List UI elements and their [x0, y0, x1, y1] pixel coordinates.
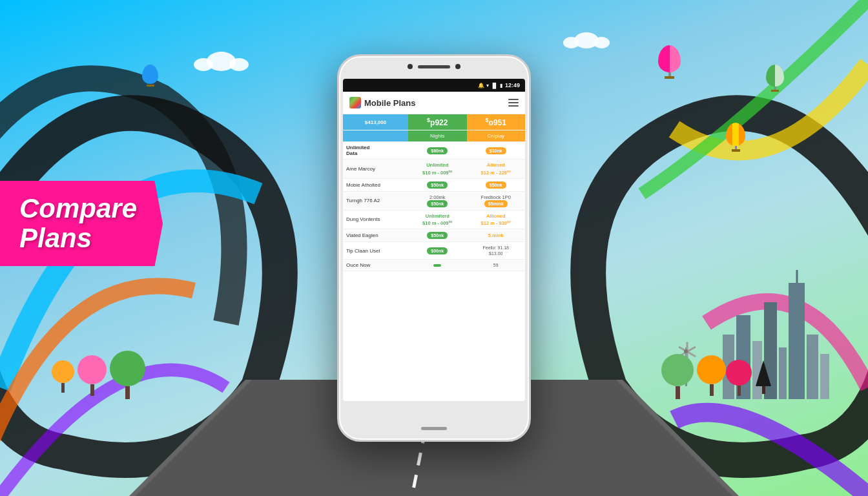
balloon-blue: [142, 65, 158, 87]
compare-plans-badge: Compare Plans: [0, 181, 163, 266]
hamburger-line-1: [508, 99, 519, 100]
camera-dot: [408, 64, 413, 69]
app-logo: Mobile Plans: [349, 97, 415, 108]
plan2-turngh: Fredtiock 1P0 $5mink: [467, 191, 526, 210]
tree-pink-left: [78, 355, 107, 396]
tree-orange-left: [52, 360, 74, 393]
plan1-dung: Unlimiterd$10 m - 009to: [408, 210, 466, 229]
feature-mobile-atholted: Mobie Atholted: [343, 178, 408, 191]
plan1-mobile-btn[interactable]: $50nk: [408, 178, 466, 191]
hamburger-line-3: [508, 105, 519, 107]
plan2-ame: Allirned$12 m - 229to: [467, 160, 526, 179]
cloud-2: [563, 32, 610, 48]
status-time: 12:49: [505, 82, 520, 88]
table-row: Mobie Atholted $50nk $50nk: [343, 178, 525, 191]
feature-ouce-now: Ouce Now: [343, 260, 408, 271]
table-row: Viated Eaglen $50nk 5.mink: [343, 229, 525, 242]
hamburger-menu[interactable]: [508, 99, 519, 107]
table-header-row: $413,000 $p922 $o951: [343, 114, 525, 130]
tree-pink-right: [726, 360, 752, 396]
camera-dot-2: [455, 64, 460, 69]
feature-tip-claan: Tip Claan Usel: [343, 242, 408, 260]
phone-camera-area: [408, 64, 460, 69]
table-row: Turngh 776 A2 2:00mk $50nk Fredtiock 1P0…: [343, 191, 525, 210]
phone-device: 🔔 ▾ ▐▌ ▮ 12:49 Mobile Plans: [337, 54, 531, 442]
header-price-cniplay: $o951: [467, 114, 526, 130]
btn-orange-10nk[interactable]: $10nk: [486, 147, 506, 154]
plan1-viated-btn[interactable]: $50nk: [408, 229, 466, 242]
alarm-icon: 🔔: [478, 83, 484, 88]
hamburger-line-2: [508, 102, 519, 103]
app-title: Mobile Plans: [364, 98, 415, 108]
plan2-unlimited-btn[interactable]: $10nk: [467, 142, 526, 160]
wifi-icon: ▾: [486, 83, 489, 88]
feature-viated-eaglen: Viated Eaglen: [343, 229, 408, 242]
signal-icon: ▐▌: [491, 83, 498, 88]
btn-green-ouce[interactable]: [433, 264, 441, 267]
plan-comparison-table: $413,000 $p922 $o951 Nights Cniplay: [343, 114, 525, 271]
btn-green-tip[interactable]: $00nk: [427, 247, 448, 254]
btn-orange-turngh[interactable]: $5mink: [484, 200, 508, 207]
balloon-green: [766, 65, 784, 92]
plan1-tip-btn[interactable]: $00nk: [408, 242, 466, 260]
phone-screen: 🔔 ▾ ▐▌ ▮ 12:49 Mobile Plans: [343, 79, 525, 401]
plan2-viated: 5.mink: [467, 229, 526, 242]
table-row: Ame Marcoy Unlimited$10 m - 009to Allirn…: [343, 160, 525, 179]
tree-green-left: [110, 351, 145, 399]
balloon-orange: [726, 123, 745, 152]
plan1-ame: Unlimited$10 m - 009to: [408, 160, 466, 179]
badge-line2: Plans: [19, 223, 137, 253]
plan2-ouce: 59: [467, 260, 526, 271]
balloon-pink: [658, 45, 681, 79]
feature-dung-vontents: Dung Vontents: [343, 210, 408, 229]
plan1-turngh: 2:00mk $50nk: [408, 191, 466, 210]
plan1-ouce-btn[interactable]: [408, 260, 466, 271]
app-logo-icon: [349, 97, 361, 108]
phone-home-bar: [421, 427, 447, 430]
table-row: Tip Claan Usel $00nk Feello: 91.18$13.00: [343, 242, 525, 260]
plan2-mobile-btn[interactable]: $50nk: [467, 178, 526, 191]
tree-green-right: [661, 354, 694, 399]
btn-orange-50nk[interactable]: $50nk: [486, 181, 506, 189]
table-row: UnlimitedData $80nk $10nk: [343, 142, 525, 160]
btn-green-viated[interactable]: $50nk: [427, 232, 448, 239]
feature-ame-marcoy: Ame Marcoy: [343, 160, 408, 179]
table-column-labels: Nights Cniplay: [343, 130, 525, 142]
btn-green-50nk[interactable]: $50nk: [427, 181, 448, 189]
header-price-nights: $p922: [408, 114, 466, 130]
feature-turngh: Turngh 776 A2: [343, 191, 408, 210]
speaker-bar: [418, 65, 450, 68]
badge-line1: Compare: [19, 194, 137, 223]
table-row: Ouce Now 59: [343, 260, 525, 271]
cloud-1: [194, 52, 249, 71]
table-row: Dung Vontents Unlimiterd$10 m - 009to Al…: [343, 210, 525, 229]
tree-orange-right: [697, 355, 726, 396]
battery-icon: ▮: [500, 83, 502, 88]
plan2-dung: Allioned$12 m - 939to: [467, 210, 526, 229]
header-price-base: $413,000: [343, 114, 408, 130]
app-header: Mobile Plans: [343, 92, 525, 114]
phone-wrapper: 🔔 ▾ ▐▌ ▮ 12:49 Mobile Plans: [337, 54, 531, 442]
plan1-unlimited-btn[interactable]: $80nk: [408, 142, 466, 160]
status-bar: 🔔 ▾ ▐▌ ▮ 12:49: [343, 79, 525, 92]
tree-dark-right: [756, 360, 771, 394]
btn-green-80nk[interactable]: $80nk: [427, 147, 448, 154]
btn-green-turngh[interactable]: $50nk: [427, 200, 448, 207]
feature-unlimited-data: UnlimitedData: [343, 142, 408, 160]
plan2-tip: Feello: 91.18$13.00: [467, 242, 526, 260]
status-icons: 🔔 ▾ ▐▌ ▮: [478, 83, 502, 88]
plan-table-container[interactable]: $413,000 $p922 $o951 Nights Cniplay: [343, 114, 525, 401]
